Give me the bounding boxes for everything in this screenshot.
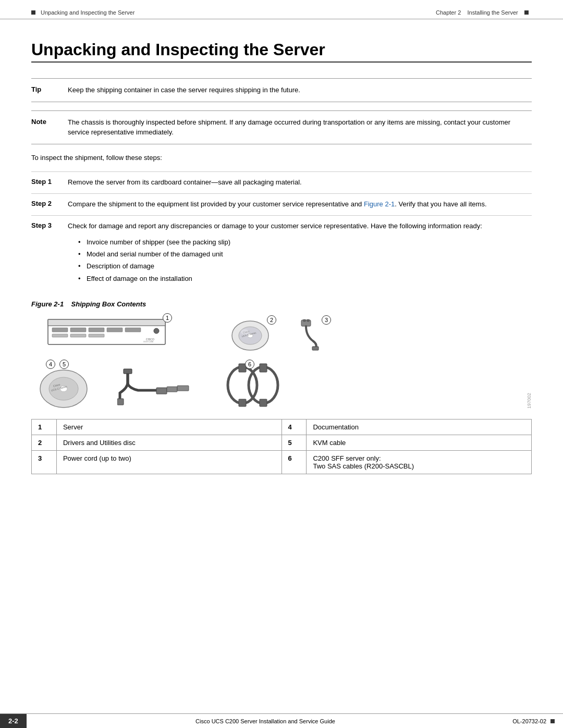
svg-rect-22 [307, 319, 309, 322]
main-content: Unpacking and Inspecting the Server Tip … [0, 19, 563, 511]
kvm-svg [117, 367, 198, 406]
svg-rect-2 [52, 328, 68, 332]
footer-doc-number: OL-20732-02 [512, 718, 546, 724]
figure-illustration: CISCO UCS C200 1 [31, 315, 532, 409]
figure-row-2: Cisco UCS C-Series 4 5 [36, 362, 532, 409]
step-2-text-before: Compare the shipment to the equipment li… [68, 200, 364, 208]
svg-rect-38 [260, 364, 267, 372]
step-3-bullets: Invoice number of shipper (see the packi… [68, 236, 532, 285]
header-chapter: Chapter 2 Installing the Server [436, 9, 532, 16]
callout-2: 2 [267, 315, 276, 325]
svg-rect-23 [312, 347, 319, 350]
figure-row-1: CISCO UCS C200 1 [47, 315, 532, 351]
num-3: 3 [32, 451, 57, 474]
svg-rect-8 [70, 334, 86, 337]
bullet-3: Description of damage [78, 260, 532, 272]
chapter-number: Chapter 2 [436, 9, 461, 16]
svg-rect-6 [125, 328, 141, 332]
page-title: Unpacking and Inspecting the Server [31, 35, 532, 63]
figure-server: CISCO UCS C200 1 [47, 315, 167, 346]
svg-rect-3 [70, 328, 86, 332]
steps-container: Step 1 Remove the server from its cardbo… [31, 172, 532, 290]
label-6: C200 SFF server only:Two SAS cables (R20… [307, 451, 532, 474]
step-3-row: Step 3 Check for damage and report any d… [31, 216, 532, 290]
svg-rect-29 [124, 369, 132, 374]
label-2: Drivers and Utilities disc [56, 435, 282, 451]
table-row-2: 2 Drivers and Utilities disc 5 KVM cable [32, 435, 532, 451]
svg-rect-21 [303, 319, 305, 322]
note-box: Note The chassis is thoroughly inspected… [31, 110, 532, 144]
step-2-text-after: . Verify that you have all items. [395, 200, 486, 208]
step-1-label: Step 1 [31, 177, 68, 186]
step-3-text: Check for damage and report any discrepa… [68, 222, 482, 230]
step-2-content: Compare the shipment to the equipment li… [68, 199, 532, 210]
footer-right-text: OL-20732-02 [504, 714, 563, 728]
svg-rect-30 [156, 388, 167, 394]
svg-rect-32 [167, 387, 177, 392]
svg-rect-36 [239, 399, 246, 406]
svg-point-10 [154, 328, 159, 334]
callout-1: 1 [163, 313, 172, 323]
label-3: Power cord (up to two) [56, 451, 282, 474]
server-svg: CISCO UCS C200 [47, 315, 167, 346]
num-6: 6 [282, 451, 307, 474]
disc-svg: Cisco UCS C-Series [229, 317, 271, 351]
svg-rect-33 [177, 386, 189, 391]
footer-page-number: 2-2 [0, 714, 27, 728]
note-label: Note [31, 117, 68, 126]
sas-svg [224, 362, 282, 409]
page-footer: 2-2 Cisco UCS C200 Server Installation a… [0, 713, 563, 728]
step-3-label: Step 3 [31, 221, 68, 229]
figure-sas-cables: 6 [224, 362, 282, 409]
figure-number: Figure 2-1 [31, 300, 64, 308]
footer-center-text: Cisco UCS C200 Server Installation and S… [27, 714, 504, 728]
label-4: Documentation [307, 419, 532, 435]
figure-watermark: 197002 [527, 393, 532, 409]
callout-3: 3 [322, 315, 331, 325]
bullet-2: Model and serial number of the damaged u… [78, 248, 532, 260]
parts-table: 1 Server 4 Documentation 2 Drivers and U… [31, 419, 532, 474]
figure-caption: Figure 2-1 Shipping Box Contents [31, 300, 532, 308]
table-row-1: 1 Server 4 Documentation [32, 419, 532, 435]
step-2-label: Step 2 [31, 199, 68, 207]
figure-cable: 3 [287, 317, 326, 351]
footer-square-icon [550, 719, 555, 723]
svg-rect-4 [89, 328, 104, 332]
tip-label: Tip [31, 85, 68, 93]
figure-section: Figure 2-1 Shipping Box Contents [31, 300, 532, 479]
svg-rect-7 [52, 334, 68, 337]
figure-caption-text: Shipping Box Contents [71, 300, 146, 308]
step-1-content: Remove the server from its cardboard con… [68, 177, 532, 188]
header-square-right [524, 10, 529, 15]
svg-rect-9 [89, 334, 104, 337]
header-breadcrumb: Unpacking and Inspecting the Server [41, 9, 134, 16]
num-2: 2 [32, 435, 57, 451]
figure-2-1-link[interactable]: Figure 2-1 [364, 200, 395, 208]
bullet-1: Invoice number of shipper (see the packi… [78, 236, 532, 248]
step-2-row: Step 2 Compare the shipment to the equip… [31, 194, 532, 216]
svg-rect-5 [107, 328, 123, 332]
tip-text: Keep the shipping container in case the … [68, 85, 532, 95]
label-5: KVM cable [307, 435, 532, 451]
chapter-title: Installing the Server [468, 9, 518, 16]
table-row-3: 3 Power cord (up to two) 6 C200 SFF serv… [32, 451, 532, 474]
figure-kvm [117, 367, 198, 406]
page-header: Unpacking and Inspecting the Server Chap… [0, 0, 563, 19]
svg-rect-39 [260, 399, 267, 406]
figure-disc: Cisco UCS C-Series 2 [229, 317, 271, 351]
svg-point-19 [241, 329, 249, 335]
note-text: The chassis is thoroughly inspected befo… [68, 117, 532, 138]
header-left: Unpacking and Inspecting the Server [31, 9, 134, 16]
svg-text:UCS C200: UCS C200 [143, 340, 154, 343]
step-1-row: Step 1 Remove the server from its cardbo… [31, 172, 532, 194]
svg-rect-31 [117, 399, 124, 405]
num-5: 5 [282, 435, 307, 451]
label-1: Server [56, 419, 282, 435]
cable-svg [287, 317, 326, 351]
figure-doc: Cisco UCS C-Series 4 5 [36, 362, 91, 409]
tip-box: Tip Keep the shipping container in case … [31, 78, 532, 102]
step-3-content: Check for damage and report any discrepa… [68, 221, 532, 285]
num-1: 1 [32, 419, 57, 435]
svg-rect-1 [48, 319, 165, 326]
intro-paragraph: To inspect the shipment, follow these st… [31, 153, 532, 172]
